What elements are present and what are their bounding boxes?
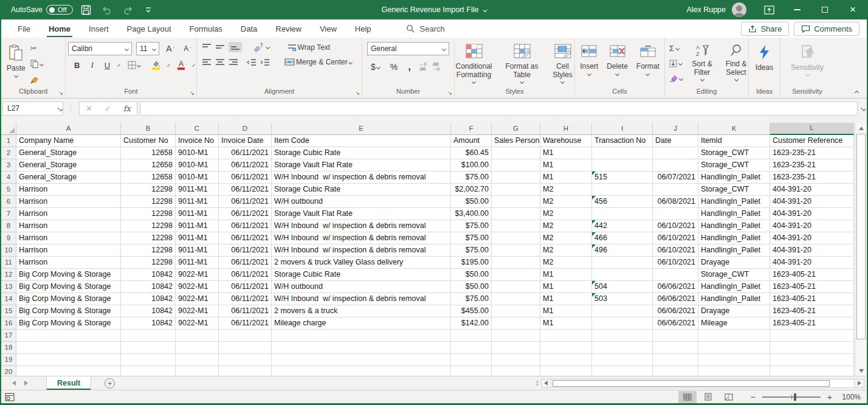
cell[interactable]: Big Corp Moving & Storage [16,317,121,330]
cell[interactable] [492,317,540,330]
cell[interactable]: $195.00 [451,257,492,269]
horizontal-scroll-thumb[interactable] [553,380,830,387]
cell[interactable]: Storage Vault Flat Rate [272,208,451,220]
cell[interactable]: HandlingIn_Pallet [698,208,770,220]
cell[interactable]: 06/06/2021 [653,317,698,330]
cell[interactable]: $75.00 [451,220,492,232]
cell[interactable]: 10842 [121,293,176,305]
cell[interactable]: 06/07/2021 [653,171,698,184]
align-left-button[interactable] [202,58,212,66]
horizontal-scrollbar[interactable] [541,379,864,388]
column-header-H[interactable]: H [540,123,592,135]
tab-view[interactable]: View [311,19,346,38]
cell[interactable]: 12298 [121,184,176,196]
cell[interactable] [540,366,592,376]
vertical-scrollbar[interactable] [855,123,867,376]
cell[interactable] [492,208,540,220]
name-box[interactable]: L27 [2,102,63,116]
cell[interactable]: W/H Inbound w/ inspection & debris remov… [272,232,451,244]
cell[interactable] [492,147,540,159]
record-macro-icon[interactable] [5,393,15,401]
customize-quick-access-button[interactable] [141,2,156,18]
column-header-J[interactable]: J [653,123,698,135]
cell[interactable]: 1623-405-21 [770,305,854,317]
row-header-10[interactable]: 10 [1,244,16,257]
cell[interactable]: General_Storage [16,147,121,159]
page-break-preview-button[interactable] [720,391,738,403]
sort-filter-button[interactable]: A Z Sort & Filter [686,40,718,87]
row-header-19[interactable]: 19 [1,354,16,366]
cell[interactable]: HandlingIn_Pallet [698,293,770,305]
row-header-15[interactable]: 15 [1,305,16,317]
cell[interactable] [540,354,592,366]
cell[interactable] [653,354,698,366]
column-header-F[interactable]: F [451,123,492,135]
cell[interactable]: Harrison [16,196,121,208]
cell[interactable]: 06/11/2021 [219,244,272,257]
tab-formulas[interactable]: Formulas [181,19,232,38]
cell[interactable]: 1623-405-21 [770,269,854,281]
cell[interactable] [540,330,592,342]
cell[interactable] [653,208,698,220]
cell[interactable] [272,366,451,376]
cell[interactable]: Harrison [16,184,121,196]
cell[interactable]: 06/11/2021 [219,317,272,330]
row-header-1[interactable]: 1 [1,135,16,147]
cell[interactable]: $2,002.70 [451,184,492,196]
column-header-A[interactable]: A [16,123,121,135]
cell[interactable]: $50.00 [451,196,492,208]
cell[interactable] [16,342,121,354]
cell[interactable] [653,184,698,196]
cell[interactable] [698,330,770,342]
scroll-right-button[interactable] [854,379,864,387]
insert-function-icon[interactable]: fx [123,104,131,113]
cell[interactable]: General_Storage [16,171,121,184]
cell[interactable] [540,342,592,354]
cell[interactable]: 515 [592,171,653,184]
cell[interactable] [653,147,698,159]
cell[interactable]: 06/11/2021 [219,196,272,208]
insert-cells-button[interactable]: Insert [577,40,601,87]
ideas-button[interactable]: Ideas [753,40,776,87]
tab-home[interactable]: Home [40,19,80,38]
cell[interactable]: 06/10/2021 [653,257,698,269]
cell[interactable]: 06/10/2021 [653,244,698,257]
cell[interactable]: Sales Person [492,135,540,147]
cell[interactable]: 9010-M1 [176,171,219,184]
cell[interactable]: 9022-M1 [176,281,219,293]
cell[interactable]: 12298 [121,220,176,232]
cell[interactable]: 1623-235-21 [770,159,854,171]
cell[interactable]: $75.00 [451,232,492,244]
cell[interactable]: 12298 [121,257,176,269]
cell[interactable]: Customer No [121,135,176,147]
enter-icon[interactable]: ✓ [105,104,111,113]
increase-indent-button[interactable] [260,58,270,66]
cell[interactable]: W/H Inbound w/ inspection & debris remov… [272,171,451,184]
row-header-5[interactable]: 5 [1,184,16,196]
formula-bar-splitter[interactable]: ⋮ [66,105,77,112]
cell[interactable]: M1 [540,269,592,281]
center-button[interactable] [215,58,225,66]
cell[interactable]: Mileage [698,317,770,330]
cell[interactable]: 9010-M1 [176,147,219,159]
cell[interactable] [219,366,272,376]
save-button[interactable] [79,2,94,18]
cell[interactable] [592,257,653,269]
cell[interactable] [219,342,272,354]
cell[interactable] [698,366,770,376]
cell[interactable]: 10842 [121,317,176,330]
cell[interactable]: 06/11/2021 [219,171,272,184]
cell[interactable]: W/H outbound [272,196,451,208]
delete-cells-button[interactable]: Delete [604,40,631,87]
cell[interactable]: 12298 [121,232,176,244]
cell[interactable] [176,366,219,376]
cell[interactable] [16,366,121,376]
cell[interactable]: 06/11/2021 [219,257,272,269]
cell[interactable]: 9011-M1 [176,232,219,244]
tab-scrollbar-splitter[interactable]: ⁞⁞ [536,380,537,387]
cell[interactable]: M2 [540,244,592,257]
cell[interactable]: 9011-M1 [176,196,219,208]
cell[interactable]: Storage Cubic Rate [272,269,451,281]
cell[interactable]: 12658 [121,171,176,184]
cell[interactable]: Item Code [272,135,451,147]
